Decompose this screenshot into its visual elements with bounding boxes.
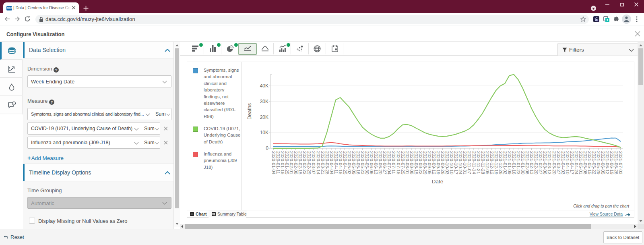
svg-text:2020-10-10: 2020-10-10 [449,151,454,174]
svg-text:0: 0 [266,145,268,151]
svg-text:2020-02-29: 2020-02-29 [307,151,312,174]
svg-text:2021-06-12: 2021-06-12 [605,151,610,174]
svg-text:2020-06-13: 2020-06-13 [374,151,378,174]
svg-text:2020-11-28: 2020-11-28 [481,151,485,174]
svg-text:2021-04-10: 2021-04-10 [565,151,570,174]
svg-text:2020-01-11: 2020-01-11 [276,151,281,174]
svg-text:2020-05-02: 2020-05-02 [347,151,352,174]
svg-text:2020-07-25: 2020-07-25 [400,151,405,174]
svg-text:2020-03-07: 2020-03-07 [311,151,316,174]
svg-text:2020-02-22: 2020-02-22 [302,151,307,174]
svg-text:2020-12-26: 2020-12-26 [498,151,503,174]
svg-text:2020-09-19: 2020-09-19 [436,151,441,174]
svg-text:2020-02-08: 2020-02-08 [293,151,298,174]
svg-text:2021-03-13: 2021-03-13 [547,151,552,174]
svg-text:2020-01-25: 2020-01-25 [285,151,289,174]
svg-text:2020-06-06: 2020-06-06 [369,151,374,174]
svg-text:2021-05-22: 2021-05-22 [592,151,597,174]
svg-text:2020-04-18: 2020-04-18 [338,151,343,174]
svg-text:2020-07-11: 2020-07-11 [391,151,396,174]
svg-text:2020-02-15: 2020-02-15 [298,151,303,174]
svg-text:2021-02-27: 2021-02-27 [538,151,543,174]
svg-text:2020-08-22: 2020-08-22 [418,151,423,174]
svg-text:2021-05-01: 2021-05-01 [578,151,583,174]
svg-text:2021-06-19: 2021-06-19 [609,151,614,174]
svg-text:2020-05-16: 2020-05-16 [356,151,361,174]
svg-text:2021-03-20: 2021-03-20 [552,151,557,174]
svg-text:30K: 30K [260,99,268,104]
svg-text:2021-04-03: 2021-04-03 [561,151,566,174]
svg-text:2020-09-12: 2020-09-12 [431,151,436,174]
svg-text:2020-03-21: 2020-03-21 [320,151,325,174]
svg-text:2021-01-16: 2021-01-16 [512,151,516,174]
svg-text:2021-03-06: 2021-03-06 [543,151,547,174]
svg-text:2020-08-15: 2020-08-15 [414,151,419,174]
svg-text:2020-02-01: 2020-02-01 [289,151,294,174]
svg-text:2020-04-11: 2020-04-11 [334,151,339,174]
svg-text:2020-09-05: 2020-09-05 [427,151,432,174]
svg-text:2020-04-04: 2020-04-04 [329,151,334,174]
svg-text:2020-10-17: 2020-10-17 [454,151,458,174]
svg-text:20K: 20K [260,114,268,120]
svg-text:2020-11-21: 2020-11-21 [476,151,481,174]
svg-text:Date: Date [432,179,444,185]
svg-text:2020-10-31: 2020-10-31 [462,151,467,174]
svg-text:2020-11-14: 2020-11-14 [472,151,477,174]
svg-text:2021-04-17: 2021-04-17 [570,151,574,174]
svg-text:2020-10-03: 2020-10-03 [445,151,450,174]
svg-text:2020-07-18: 2020-07-18 [396,151,401,174]
svg-text:2021-06-05: 2021-06-05 [601,151,605,174]
svg-text:2021-01-02: 2021-01-02 [503,151,508,174]
svg-text:2021-02-13: 2021-02-13 [529,151,534,174]
svg-text:2020-06-27: 2020-06-27 [382,151,387,174]
svg-text:2020-08-08: 2020-08-08 [409,151,414,174]
svg-text:2021-05-15: 2021-05-15 [587,151,592,174]
svg-text:2020-05-30: 2020-05-30 [365,151,369,174]
svg-text:2021-02-06: 2021-02-06 [525,151,530,174]
svg-text:2020-12-12: 2020-12-12 [489,151,494,174]
svg-text:2021-03-27: 2021-03-27 [556,151,561,174]
svg-text:2021-04-24: 2021-04-24 [574,151,579,174]
svg-text:2021-07-03: 2021-07-03 [618,151,623,174]
svg-text:2021-05-29: 2021-05-29 [596,151,601,174]
svg-text:2020-01-04: 2020-01-04 [271,151,276,174]
svg-text:2021-06-26: 2021-06-26 [614,151,619,174]
svg-text:2021-01-23: 2021-01-23 [516,151,521,174]
svg-text:2020-08-01: 2020-08-01 [405,151,410,174]
svg-text:2020-05-09: 2020-05-09 [351,151,356,174]
svg-text:2020-05-23: 2020-05-23 [360,151,365,174]
svg-text:2020-01-18: 2020-01-18 [280,151,285,174]
svg-text:2020-10-24: 2020-10-24 [458,151,463,174]
svg-text:Deaths: Deaths [246,103,252,120]
svg-text:2020-12-19: 2020-12-19 [494,151,499,174]
svg-text:2020-07-04: 2020-07-04 [387,151,392,174]
svg-text:2021-02-20: 2021-02-20 [534,151,539,174]
svg-text:2021-05-08: 2021-05-08 [583,151,588,174]
svg-text:2021-01-30: 2021-01-30 [520,151,525,174]
svg-text:2020-09-26: 2020-09-26 [440,151,445,174]
svg-text:2020-08-29: 2020-08-29 [423,151,427,174]
svg-text:2021-01-09: 2021-01-09 [507,151,512,174]
svg-text:2020-06-20: 2020-06-20 [378,151,383,174]
svg-text:2020-12-05: 2020-12-05 [485,151,490,174]
svg-text:2020-03-28: 2020-03-28 [325,151,330,174]
svg-text:2020-03-14: 2020-03-14 [316,151,321,174]
svg-text:2020-11-07: 2020-11-07 [467,151,472,174]
svg-text:40K: 40K [260,83,268,89]
svg-text:2020-04-25: 2020-04-25 [343,151,347,174]
svg-text:10K: 10K [260,130,268,135]
